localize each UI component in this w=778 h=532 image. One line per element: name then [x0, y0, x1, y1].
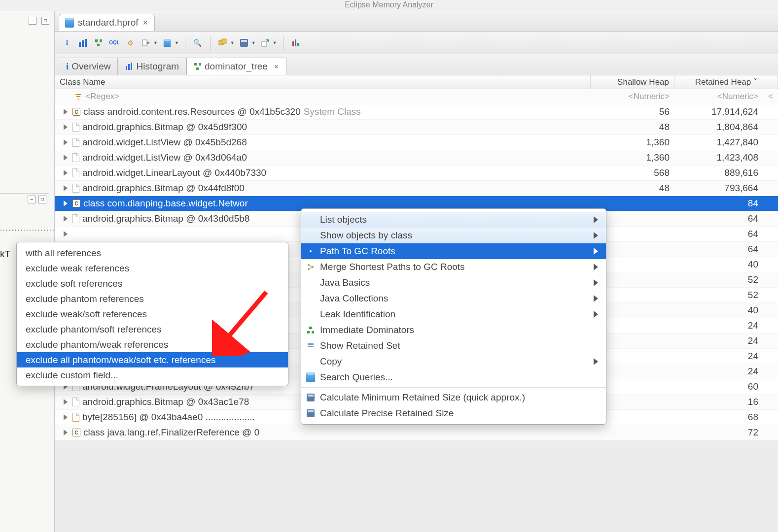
submenu-item[interactable]: with all references — [17, 245, 288, 261]
table-row[interactable]: Cclass java.lang.ref.FinalizerReference … — [55, 425, 778, 440]
info-icon[interactable]: i — [61, 36, 73, 49]
gc-roots-icon: • — [306, 247, 315, 256]
row-retained: 17,914,624 — [674, 104, 763, 119]
submenu-item[interactable]: exclude weak references — [17, 261, 288, 276]
export-icon[interactable] — [259, 36, 272, 49]
table-row[interactable]: android.widget.ListView @ 0x43d064a01,36… — [55, 150, 778, 166]
calc-icon[interactable] — [238, 36, 250, 49]
menu-item[interactable]: Copy — [301, 354, 606, 369]
table-row[interactable]: Cclass android.content.res.Resources @ 0… — [55, 104, 778, 120]
minimize-icon[interactable]: ‒ — [29, 17, 36, 25]
menu-label: Copy — [320, 356, 342, 367]
dominator-tree-icon — [194, 63, 202, 70]
menu-item[interactable]: Merge Shortest Paths to GC Roots — [301, 259, 606, 275]
svg-rect-4 — [100, 39, 102, 42]
pane-max-icon[interactable]: □ — [38, 196, 46, 203]
row-retained: 40 — [674, 303, 763, 318]
db-action-icon[interactable] — [161, 36, 174, 49]
row-shallow: 48 — [591, 181, 674, 196]
table-row[interactable]: android.widget.ListView @ 0x45b5d2681,36… — [55, 135, 778, 150]
svg-rect-36 — [308, 343, 314, 345]
submenu-item[interactable]: exclude phantom references — [17, 291, 288, 306]
col-retained-heap[interactable]: Retained Heap ˅ — [674, 75, 763, 89]
menu-item[interactable]: Immediate Dominators — [301, 322, 606, 338]
filter-classname[interactable]: <Regex> — [55, 89, 591, 104]
dropdown-arrow-icon[interactable]: ▼ — [251, 40, 256, 45]
row-retained: 889,616 — [674, 166, 763, 180]
bar-chart-icon[interactable] — [289, 36, 302, 49]
menu-label: Calculate Precise Retained Size — [320, 408, 454, 419]
submenu-item[interactable]: exclude soft references — [17, 276, 288, 291]
expand-icon[interactable] — [64, 231, 68, 237]
search-icon[interactable]: 🔍 — [191, 36, 204, 49]
dropdown-arrow-icon[interactable]: ▼ — [153, 40, 158, 45]
histogram-icon[interactable] — [76, 36, 89, 49]
pane-min-icon[interactable]: ‒ — [28, 196, 35, 203]
oql-icon[interactable]: OQL — [108, 36, 121, 49]
menu-item[interactable]: Java Collections — [301, 291, 606, 306]
row-name: class android.content.res.Resources @ 0x… — [83, 106, 301, 117]
submenu-item[interactable]: exclude phantom/soft references — [17, 322, 288, 337]
col-class-name[interactable]: Class Name — [55, 75, 591, 89]
expand-icon[interactable] — [64, 216, 68, 222]
menu-item[interactable]: Show Retained Set — [301, 338, 606, 354]
submenu-arrow-icon — [594, 232, 598, 239]
svg-rect-18 — [297, 43, 299, 46]
menu-item[interactable]: Calculate Precise Retained Size — [301, 405, 606, 421]
expand-icon[interactable] — [64, 124, 68, 130]
expand-icon[interactable] — [64, 185, 68, 191]
expand-icon[interactable] — [64, 109, 68, 115]
dropdown-arrow-icon[interactable]: ▼ — [175, 40, 179, 45]
tab-histogram[interactable]: Histogram — [118, 58, 186, 75]
table-row[interactable]: android.graphics.Bitmap @ 0x45d9f300481,… — [55, 120, 778, 135]
menu-item[interactable]: Leak Identification — [301, 306, 606, 322]
expand-icon[interactable] — [64, 399, 68, 405]
row-name: byte[285156] @ 0x43ba4ae0 ..............… — [82, 412, 255, 423]
submenu-item[interactable]: exclude all phantom/weak/soft etc. refer… — [17, 352, 288, 367]
filter-extra[interactable]: < — [763, 89, 778, 104]
dominator-tree-icon[interactable] — [92, 36, 105, 49]
svg-rect-21 — [131, 63, 132, 70]
expand-icon[interactable] — [64, 430, 68, 435]
menu-item[interactable]: Show objects by class — [301, 228, 606, 243]
toolbar: i OQL ⚙ ▼ ▼ 🔍 ▼ ▼ ▼ — [55, 32, 778, 54]
class-icon: C — [72, 200, 80, 207]
svg-rect-41 — [308, 410, 314, 412]
expand-icon[interactable] — [64, 155, 68, 161]
menu-item[interactable]: List objects — [301, 212, 606, 228]
file-tab[interactable]: standard.hprof ✕ — [59, 14, 155, 31]
submenu-arrow-icon — [594, 358, 598, 365]
submenu-item[interactable]: exclude weak/soft references — [17, 306, 288, 322]
tab-dominator-tree[interactable]: dominator_tree ✕ — [186, 58, 286, 75]
menu-item[interactable]: Search Queries... — [301, 369, 606, 385]
filter-shallow[interactable]: <Numeric> — [591, 89, 674, 104]
close-icon[interactable]: ✕ — [142, 19, 148, 27]
histogram-icon — [125, 63, 133, 70]
gears-icon[interactable]: ⚙ — [124, 36, 137, 49]
expand-icon[interactable] — [64, 200, 68, 206]
col-extra[interactable] — [763, 75, 778, 89]
close-icon[interactable]: ✕ — [274, 63, 279, 70]
dropdown-arrow-icon[interactable]: ▼ — [230, 40, 235, 45]
object-icon — [72, 168, 79, 177]
tab-overview[interactable]: i Overview — [59, 58, 118, 75]
submenu-item[interactable]: exclude custom field... — [17, 367, 288, 383]
row-name: android.widget.ListView @ 0x43d064a0 — [82, 152, 247, 163]
dropdown-arrow-icon[interactable]: ▼ — [273, 40, 277, 45]
filter-retained[interactable]: <Numeric> — [674, 89, 763, 104]
expand-icon[interactable] — [64, 139, 68, 145]
menu-item[interactable]: Java Basics — [301, 275, 606, 291]
windows-icon[interactable] — [216, 36, 229, 49]
menu-item[interactable]: •Path To GC Roots — [301, 243, 606, 259]
expand-icon[interactable] — [64, 414, 68, 420]
table-row[interactable]: android.widget.LinearLayout @ 0x440b7330… — [55, 166, 778, 181]
expand-icon[interactable] — [64, 170, 68, 176]
col-shallow-heap[interactable]: Shallow Heap — [591, 75, 674, 89]
run-icon[interactable] — [140, 36, 152, 49]
menu-item[interactable]: Calculate Minimum Retained Size (quick a… — [301, 390, 606, 405]
object-icon — [72, 138, 79, 147]
table-row[interactable]: android.graphics.Bitmap @ 0x44fd8f004879… — [55, 181, 778, 196]
restore-icon[interactable]: □ — [41, 17, 49, 25]
submenu-item[interactable]: exclude phantom/weak references — [17, 337, 288, 352]
svg-rect-11 — [222, 39, 226, 43]
